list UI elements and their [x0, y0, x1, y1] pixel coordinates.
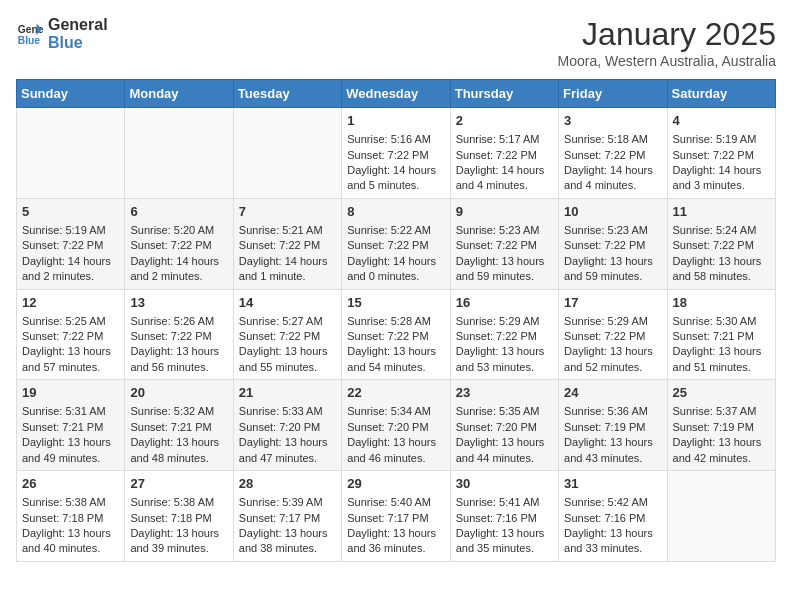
sunset-text: Sunset: 7:21 PM — [673, 329, 770, 344]
day-number: 26 — [22, 475, 119, 493]
weekday-header-thursday: Thursday — [450, 80, 558, 108]
sunset-text: Sunset: 7:22 PM — [673, 238, 770, 253]
day-number: 12 — [22, 294, 119, 312]
calendar-cell: 24Sunrise: 5:36 AMSunset: 7:19 PMDayligh… — [559, 380, 667, 471]
daylight-text: Daylight: 14 hours and 2 minutes. — [22, 254, 119, 285]
calendar-cell: 27Sunrise: 5:38 AMSunset: 7:18 PMDayligh… — [125, 471, 233, 562]
calendar-cell: 26Sunrise: 5:38 AMSunset: 7:18 PMDayligh… — [17, 471, 125, 562]
calendar-week-4: 19Sunrise: 5:31 AMSunset: 7:21 PMDayligh… — [17, 380, 776, 471]
sunrise-text: Sunrise: 5:16 AM — [347, 132, 444, 147]
sunrise-text: Sunrise: 5:38 AM — [22, 495, 119, 510]
calendar-cell: 23Sunrise: 5:35 AMSunset: 7:20 PMDayligh… — [450, 380, 558, 471]
daylight-text: Daylight: 13 hours and 53 minutes. — [456, 344, 553, 375]
calendar-week-5: 26Sunrise: 5:38 AMSunset: 7:18 PMDayligh… — [17, 471, 776, 562]
calendar-cell: 21Sunrise: 5:33 AMSunset: 7:20 PMDayligh… — [233, 380, 341, 471]
day-number: 27 — [130, 475, 227, 493]
calendar-cell: 30Sunrise: 5:41 AMSunset: 7:16 PMDayligh… — [450, 471, 558, 562]
day-number: 29 — [347, 475, 444, 493]
sunrise-text: Sunrise: 5:33 AM — [239, 404, 336, 419]
sunset-text: Sunset: 7:22 PM — [564, 329, 661, 344]
calendar-cell: 18Sunrise: 5:30 AMSunset: 7:21 PMDayligh… — [667, 289, 775, 380]
day-number: 23 — [456, 384, 553, 402]
sunrise-text: Sunrise: 5:34 AM — [347, 404, 444, 419]
sunrise-text: Sunrise: 5:22 AM — [347, 223, 444, 238]
sunset-text: Sunset: 7:17 PM — [347, 511, 444, 526]
daylight-text: Daylight: 13 hours and 56 minutes. — [130, 344, 227, 375]
daylight-text: Daylight: 13 hours and 43 minutes. — [564, 435, 661, 466]
sunset-text: Sunset: 7:19 PM — [673, 420, 770, 435]
day-number: 3 — [564, 112, 661, 130]
sunset-text: Sunset: 7:16 PM — [564, 511, 661, 526]
sunrise-text: Sunrise: 5:32 AM — [130, 404, 227, 419]
sunrise-text: Sunrise: 5:19 AM — [673, 132, 770, 147]
sunset-text: Sunset: 7:22 PM — [456, 329, 553, 344]
weekday-header-row: SundayMondayTuesdayWednesdayThursdayFrid… — [17, 80, 776, 108]
calendar-cell — [233, 108, 341, 199]
day-number: 21 — [239, 384, 336, 402]
calendar-cell: 28Sunrise: 5:39 AMSunset: 7:17 PMDayligh… — [233, 471, 341, 562]
sunset-text: Sunset: 7:22 PM — [22, 238, 119, 253]
calendar-cell — [125, 108, 233, 199]
daylight-text: Daylight: 13 hours and 36 minutes. — [347, 526, 444, 557]
sunset-text: Sunset: 7:20 PM — [239, 420, 336, 435]
calendar-cell: 19Sunrise: 5:31 AMSunset: 7:21 PMDayligh… — [17, 380, 125, 471]
day-number: 2 — [456, 112, 553, 130]
weekday-header-tuesday: Tuesday — [233, 80, 341, 108]
sunrise-text: Sunrise: 5:42 AM — [564, 495, 661, 510]
calendar-cell: 4Sunrise: 5:19 AMSunset: 7:22 PMDaylight… — [667, 108, 775, 199]
calendar-cell: 31Sunrise: 5:42 AMSunset: 7:16 PMDayligh… — [559, 471, 667, 562]
day-number: 19 — [22, 384, 119, 402]
sunset-text: Sunset: 7:21 PM — [130, 420, 227, 435]
month-title: January 2025 — [558, 16, 776, 53]
daylight-text: Daylight: 14 hours and 5 minutes. — [347, 163, 444, 194]
sunrise-text: Sunrise: 5:18 AM — [564, 132, 661, 147]
day-number: 8 — [347, 203, 444, 221]
weekday-header-saturday: Saturday — [667, 80, 775, 108]
logo: General Blue General Blue — [16, 16, 108, 51]
sunrise-text: Sunrise: 5:40 AM — [347, 495, 444, 510]
sunset-text: Sunset: 7:21 PM — [22, 420, 119, 435]
sunrise-text: Sunrise: 5:29 AM — [456, 314, 553, 329]
calendar-week-3: 12Sunrise: 5:25 AMSunset: 7:22 PMDayligh… — [17, 289, 776, 380]
calendar-cell: 1Sunrise: 5:16 AMSunset: 7:22 PMDaylight… — [342, 108, 450, 199]
day-number: 4 — [673, 112, 770, 130]
page-header: General Blue General Blue January 2025 M… — [16, 16, 776, 69]
calendar-week-2: 5Sunrise: 5:19 AMSunset: 7:22 PMDaylight… — [17, 198, 776, 289]
calendar-cell: 6Sunrise: 5:20 AMSunset: 7:22 PMDaylight… — [125, 198, 233, 289]
sunset-text: Sunset: 7:18 PM — [22, 511, 119, 526]
sunset-text: Sunset: 7:20 PM — [456, 420, 553, 435]
calendar-cell — [667, 471, 775, 562]
sunrise-text: Sunrise: 5:23 AM — [564, 223, 661, 238]
weekday-header-wednesday: Wednesday — [342, 80, 450, 108]
daylight-text: Daylight: 14 hours and 2 minutes. — [130, 254, 227, 285]
sunrise-text: Sunrise: 5:20 AM — [130, 223, 227, 238]
weekday-header-monday: Monday — [125, 80, 233, 108]
sunset-text: Sunset: 7:22 PM — [347, 329, 444, 344]
sunset-text: Sunset: 7:17 PM — [239, 511, 336, 526]
calendar-cell: 10Sunrise: 5:23 AMSunset: 7:22 PMDayligh… — [559, 198, 667, 289]
daylight-text: Daylight: 14 hours and 0 minutes. — [347, 254, 444, 285]
day-number: 18 — [673, 294, 770, 312]
day-number: 30 — [456, 475, 553, 493]
day-number: 31 — [564, 475, 661, 493]
day-number: 22 — [347, 384, 444, 402]
daylight-text: Daylight: 14 hours and 4 minutes. — [564, 163, 661, 194]
sunset-text: Sunset: 7:22 PM — [130, 329, 227, 344]
day-number: 15 — [347, 294, 444, 312]
sunset-text: Sunset: 7:18 PM — [130, 511, 227, 526]
calendar-cell: 13Sunrise: 5:26 AMSunset: 7:22 PMDayligh… — [125, 289, 233, 380]
daylight-text: Daylight: 13 hours and 57 minutes. — [22, 344, 119, 375]
daylight-text: Daylight: 13 hours and 38 minutes. — [239, 526, 336, 557]
calendar-cell: 25Sunrise: 5:37 AMSunset: 7:19 PMDayligh… — [667, 380, 775, 471]
calendar-cell — [17, 108, 125, 199]
sunrise-text: Sunrise: 5:39 AM — [239, 495, 336, 510]
day-number: 6 — [130, 203, 227, 221]
calendar-cell: 7Sunrise: 5:21 AMSunset: 7:22 PMDaylight… — [233, 198, 341, 289]
calendar-cell: 29Sunrise: 5:40 AMSunset: 7:17 PMDayligh… — [342, 471, 450, 562]
logo-text-general: General — [48, 16, 108, 34]
day-number: 11 — [673, 203, 770, 221]
calendar-cell: 20Sunrise: 5:32 AMSunset: 7:21 PMDayligh… — [125, 380, 233, 471]
daylight-text: Daylight: 13 hours and 44 minutes. — [456, 435, 553, 466]
sunrise-text: Sunrise: 5:23 AM — [456, 223, 553, 238]
daylight-text: Daylight: 13 hours and 39 minutes. — [130, 526, 227, 557]
